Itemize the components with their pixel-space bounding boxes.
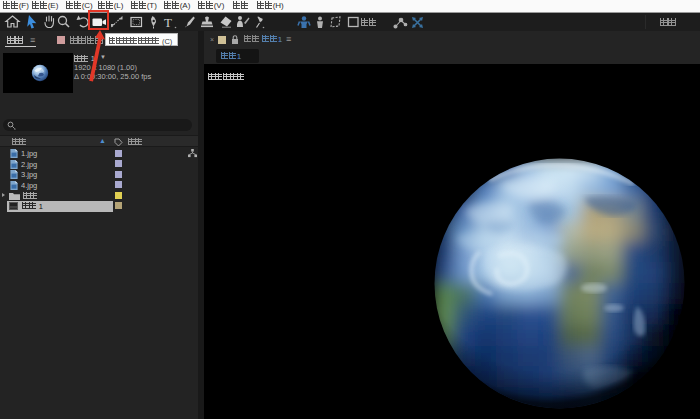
svg-text:T: T — [164, 15, 172, 30]
